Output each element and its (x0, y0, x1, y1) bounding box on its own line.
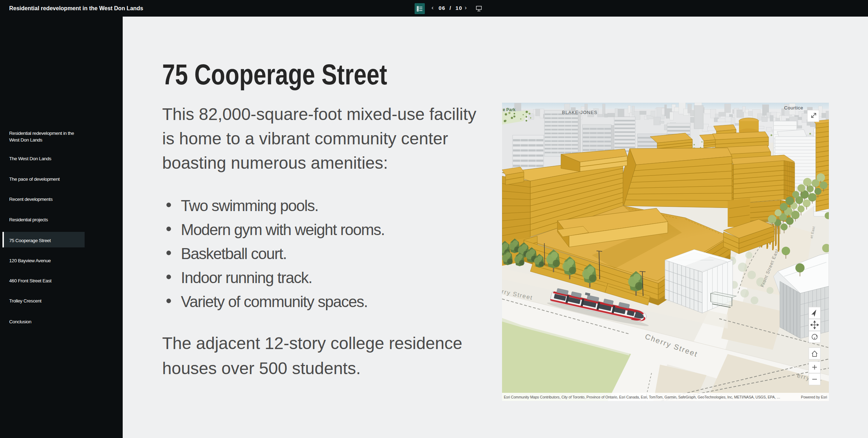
svg-text:Courtice: Courtice (784, 105, 803, 110)
svg-text:Powered by Esri: Powered by Esri (801, 395, 827, 399)
svg-text:Esri Community Maps Contributo: Esri Community Maps Contributors, City o… (504, 395, 780, 399)
svg-text:e Park: e Park (503, 107, 515, 112)
svg-text:BLAKE-JONES: BLAKE-JONES (562, 110, 598, 115)
